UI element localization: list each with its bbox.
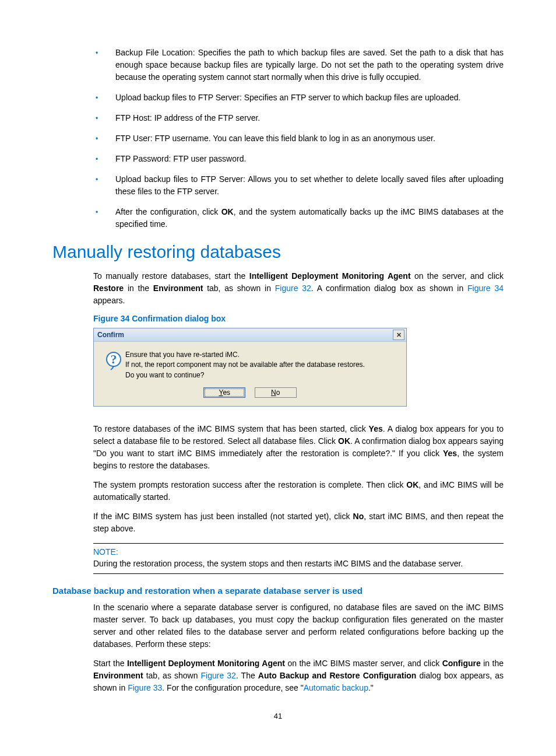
paragraph: If the iMC BIMS system has just been ins… <box>93 510 504 535</box>
page-number: 41 <box>52 712 504 720</box>
section-heading: Manually restoring databases <box>52 242 504 262</box>
list-item: Backup File Location: Specifies the path… <box>52 47 504 83</box>
paragraph: To manually restore databases, start the… <box>93 270 504 307</box>
link-automatic-backup[interactable]: Automatic backup <box>304 683 368 692</box>
no-button[interactable]: No <box>255 387 297 398</box>
list-item: After the configuration, click OK, and t… <box>52 206 504 230</box>
subsection-heading: Database backup and restoration when a s… <box>52 586 504 596</box>
link-figure-33[interactable]: Figure 33 <box>128 683 162 692</box>
link-figure-34[interactable]: Figure 34 <box>467 284 504 293</box>
link-figure-32b[interactable]: Figure 32 <box>201 671 236 680</box>
list-item: FTP Host: IP address of the FTP server. <box>52 112 504 124</box>
svg-text:?: ? <box>111 352 117 366</box>
note-text: During the restoration process, the syst… <box>93 558 504 570</box>
bullet-list: Backup File Location: Specifies the path… <box>52 47 504 230</box>
paragraph: The system prompts restoration success a… <box>93 479 504 503</box>
link-figure-32[interactable]: Figure 32 <box>275 284 311 293</box>
note-label: NOTE: <box>93 547 504 556</box>
list-item: FTP User: FTP username. You can leave th… <box>52 132 504 145</box>
question-icon: ? <box>102 350 125 380</box>
list-item: Upload backup files to FTP Server: Speci… <box>52 92 504 104</box>
dialog-titlebar: Confirm ✕ <box>94 328 406 342</box>
confirm-dialog: Confirm ✕ ? Ensure that you have re-star… <box>93 328 407 407</box>
figure-caption: Figure 34 Confirmation dialog box <box>93 314 504 323</box>
list-item: FTP Password: FTP user password. <box>52 153 504 165</box>
paragraph: In the scenario where a separate databas… <box>93 601 504 650</box>
paragraph: Start the Intelligent Deployment Monitor… <box>93 657 504 694</box>
paragraph: To restore databases of the iMC BIMS sys… <box>93 423 504 472</box>
dialog-message: Ensure that you have re-started iMC. If … <box>125 350 398 380</box>
close-icon: ✕ <box>396 332 402 338</box>
note-box: NOTE: During the restoration process, th… <box>93 543 504 574</box>
close-button[interactable]: ✕ <box>393 330 404 340</box>
dialog-title: Confirm <box>97 331 124 339</box>
yes-button[interactable]: Yes <box>203 387 245 398</box>
list-item: Upload backup files to FTP Server: Allow… <box>52 173 504 198</box>
page-content: Backup File Location: Specifies the path… <box>0 0 556 744</box>
